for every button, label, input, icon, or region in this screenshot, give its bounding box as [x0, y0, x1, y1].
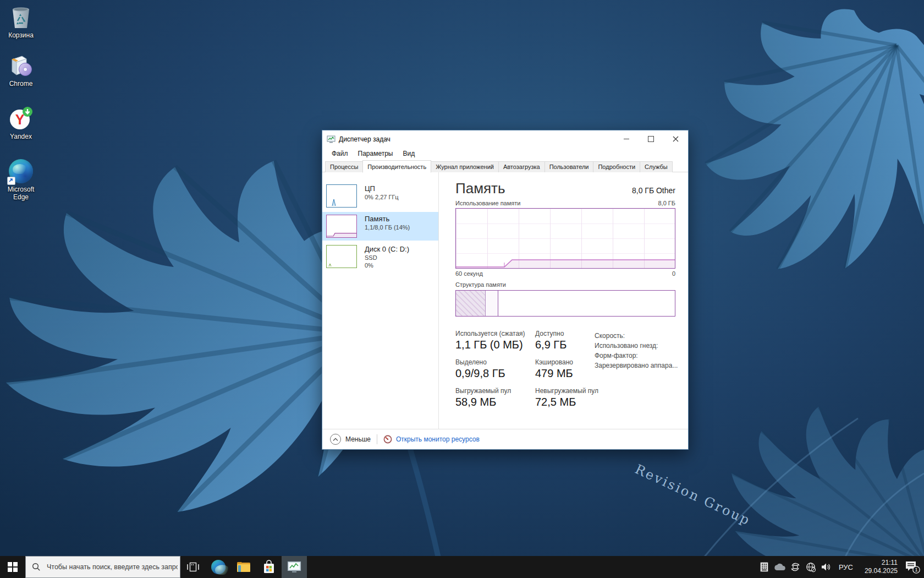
task-view-icon [186, 561, 200, 572]
tab-services[interactable]: Службы [640, 161, 673, 172]
usage-chart-max: 8,0 ГБ [658, 200, 675, 206]
footer-divider [377, 434, 377, 444]
memory-usage-graph [455, 208, 675, 269]
stat-label: Выделено [455, 358, 535, 366]
memory-stats: Используется (сжатая) 1,1 ГБ (0 МБ) Дост… [455, 330, 675, 416]
disk-type: SSD [365, 254, 409, 261]
task-manager-app-icon [327, 135, 336, 144]
info-line: Использовано гнезд: [595, 341, 678, 351]
memory-mini-graph [326, 215, 357, 238]
time-axis-label: 60 секунд [455, 270, 483, 277]
menubar: Файл Параметры Вид [322, 148, 688, 160]
yandex-browser-icon: Y [8, 106, 34, 131]
window-footer: Меньше Открыть монитор ресурсов [322, 429, 688, 449]
memory-stats: 1,1/8,0 ГБ (14%) [365, 223, 410, 231]
tab-performance[interactable]: Производительность [362, 160, 431, 173]
tab-startup[interactable]: Автозагрузка [498, 161, 545, 172]
search-input[interactable] [46, 563, 179, 571]
action-center-icon: 1 [904, 560, 921, 574]
close-icon [673, 136, 679, 142]
network-offline-icon [806, 562, 816, 572]
language-indicator[interactable]: РУС [835, 556, 857, 578]
info-line: Форм-фактор: [595, 351, 678, 361]
sync-icon [790, 562, 800, 572]
recycle-bin-icon [8, 4, 34, 30]
taskbar-edge-button[interactable] [206, 556, 231, 578]
info-line: Скорость: [595, 331, 678, 341]
menu-view[interactable]: Вид [398, 149, 420, 159]
taskbar-clock[interactable]: 21:11 29.04.2025 [857, 556, 901, 578]
touch-keyboard-button[interactable] [757, 556, 771, 578]
sidebar-item-cpu[interactable]: ЦП 0% 2,27 ГГц [322, 182, 438, 210]
minimize-icon [624, 139, 629, 139]
performance-sidebar: ЦП 0% 2,27 ГГц Память 1,1/8,0 ГБ (14%) [322, 172, 439, 429]
maximize-icon [648, 136, 654, 142]
desktop-icon-yandex[interactable]: Y Yandex [0, 106, 42, 140]
memory-panel: Память 8,0 ГБ Other Использование памяти… [439, 172, 689, 429]
task-view-button[interactable] [180, 556, 206, 578]
desktop-icon-label: Корзина [0, 31, 42, 39]
tab-users[interactable]: Пользователи [544, 161, 594, 172]
tab-app-history[interactable]: Журнал приложений [431, 161, 499, 172]
stat-label: Выгружаемый пул [455, 387, 535, 395]
taskbar-task-manager-button[interactable] [282, 556, 307, 578]
stat-value: 0,9/9,8 ГБ [455, 367, 535, 380]
network-button[interactable] [803, 556, 818, 578]
tabstrip: Процессы Производительность Журнал прило… [322, 160, 688, 172]
close-button[interactable] [663, 130, 688, 148]
stat-label: Используется (сжатая) [455, 330, 535, 337]
start-button[interactable] [0, 556, 25, 578]
sidebar-item-memory[interactable]: Память 1,1/8,0 ГБ (14%) [322, 212, 438, 241]
tab-details[interactable]: Подробности [593, 161, 640, 172]
memory-title: Память [365, 215, 410, 223]
menu-file[interactable]: Файл [327, 149, 353, 159]
clock-date: 29.04.2025 [865, 567, 898, 575]
desktop: Корзина Chrome Y Yand [0, 0, 924, 578]
onedrive-icon [773, 563, 785, 571]
cpu-title: ЦП [365, 184, 399, 193]
action-center-button[interactable]: 1 [901, 556, 924, 578]
resource-monitor-icon [383, 435, 392, 444]
shortcut-arrow-icon [7, 177, 15, 185]
memory-modified-segment [486, 291, 498, 316]
memory-total: 8,0 ГБ Other [632, 186, 675, 197]
desktop-icon-chrome[interactable]: Chrome [0, 53, 42, 88]
stat-value: 58,9 МБ [455, 396, 535, 408]
taskbar-search[interactable] [25, 556, 180, 578]
taskbar-store-button[interactable] [256, 556, 282, 578]
svg-text:1: 1 [915, 567, 917, 572]
maximize-button[interactable] [639, 130, 663, 148]
time-axis-zero: 0 [672, 270, 675, 277]
stat-label: Невыгружаемый пул [535, 387, 675, 395]
task-manager-icon [287, 560, 301, 574]
taskbar: РУС 21:11 29.04.2025 1 [0, 556, 924, 578]
edge-icon [211, 560, 226, 574]
usage-chart-label: Использование памяти [455, 200, 520, 206]
volume-icon [821, 563, 832, 571]
fewer-details-button[interactable]: Меньше [330, 434, 371, 445]
sidebar-item-disk[interactable]: Диск 0 (C: D:) SSD 0% [322, 242, 438, 272]
stat-value: 1,1 ГБ (0 МБ) [455, 339, 535, 351]
chevron-up-icon [330, 434, 341, 445]
desktop-icon-edge[interactable]: Microsoft Edge [0, 159, 42, 201]
disk-percent: 0% [365, 261, 409, 269]
volume-button[interactable] [818, 556, 835, 578]
task-manager-window: Диспетчер задач Файл Параметры Вид Проце… [322, 130, 689, 450]
menu-options[interactable]: Параметры [353, 149, 398, 159]
hardware-info-column: Скорость: Использовано гнезд: Форм-факто… [595, 331, 678, 370]
tab-processes[interactable]: Процессы [325, 161, 363, 172]
desktop-icon-label: Microsoft Edge [0, 186, 42, 201]
touch-keyboard-icon [760, 562, 768, 572]
minimize-button[interactable] [614, 130, 639, 148]
store-icon [262, 560, 276, 574]
taskbar-file-explorer-button[interactable] [231, 556, 256, 578]
desktop-icon-label: Yandex [0, 133, 42, 140]
sync-button[interactable] [788, 556, 803, 578]
desktop-icon-recycle-bin[interactable]: Корзина [0, 4, 42, 39]
open-resource-monitor-link[interactable]: Открыть монитор ресурсов [383, 435, 480, 444]
search-icon [32, 563, 41, 571]
edge-icon [8, 159, 34, 184]
window-title: Диспетчер задач [339, 135, 614, 143]
info-line: Зарезервировано аппара... [595, 361, 678, 370]
onedrive-button[interactable] [771, 556, 788, 578]
